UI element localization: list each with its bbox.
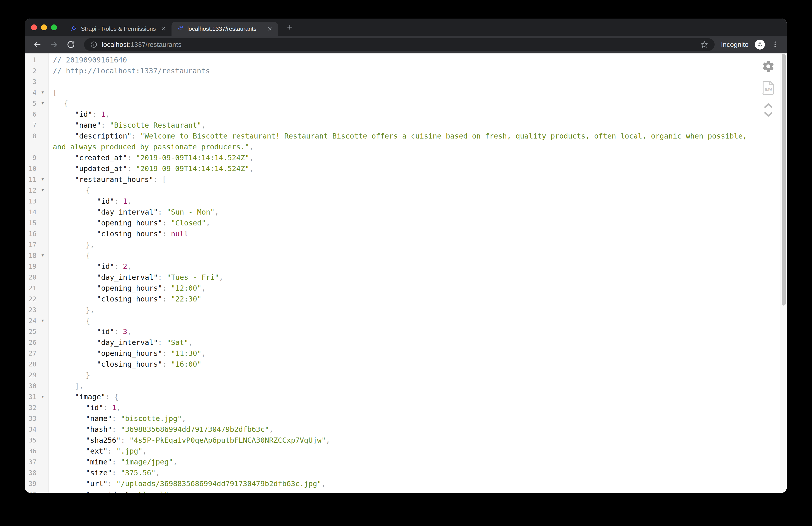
toggle-spacer — [37, 239, 49, 250]
code-line: 19"id": 2, — [25, 261, 787, 272]
collapse-toggle-icon[interactable]: ▼ — [37, 315, 49, 326]
line-gutter-cell: 32 — [25, 402, 49, 413]
code-line: and always produced by passionate produc… — [25, 141, 787, 152]
collapse-toggle-icon[interactable]: ▼ — [37, 391, 49, 402]
close-tab-icon[interactable] — [267, 26, 273, 32]
code-line: 22"closing_hours": "22:30" — [25, 294, 787, 304]
scrollbar-thumb[interactable] — [782, 54, 786, 305]
line-number: 1 — [25, 55, 37, 65]
forward-icon[interactable] — [49, 40, 59, 49]
tab-strapi-admin[interactable]: Strapi - Roles & Permissions — [65, 22, 172, 36]
line-gutter-cell: 13 — [25, 196, 49, 207]
code-line: 17}, — [25, 239, 787, 250]
collapse-toggle-icon[interactable]: ▼ — [37, 185, 49, 196]
code-text: "opening_hours": "11:30", — [49, 348, 787, 359]
code-text: "closing_hours": null — [49, 228, 787, 239]
minimize-window-button[interactable] — [41, 25, 47, 30]
code-line: 25"id": 3, — [25, 326, 787, 337]
code-line: 18▼{ — [25, 250, 787, 261]
code-text: [ — [49, 87, 787, 98]
code-text: "hash": "3698835686994dd791730479b2dfb63… — [49, 424, 787, 435]
code-line: 38"size": "375.56", — [25, 467, 787, 478]
code-line: 30], — [25, 380, 787, 391]
code-text: "description": "Welcome to Biscotte rest… — [49, 131, 787, 141]
line-number: 21 — [25, 283, 37, 294]
line-number: 27 — [25, 348, 37, 359]
line-number: 8 — [25, 131, 37, 141]
close-tab-icon[interactable] — [160, 26, 166, 32]
code-line: 37"mime": "image/jpeg", — [25, 456, 787, 467]
scrollbar-track[interactable] — [780, 54, 787, 493]
code-text: // http://localhost:1337/restaurants — [49, 65, 787, 76]
tab-restaurants-json[interactable]: localhost:1337/restaurants — [172, 22, 278, 36]
code-text: "created_at": "2019-09-09T14:14:14.524Z"… — [49, 152, 787, 163]
code-line: 5▼{ — [25, 98, 787, 109]
new-tab-button[interactable] — [286, 23, 294, 31]
line-gutter-cell: 19 — [25, 261, 49, 272]
line-gutter-cell: 8 — [25, 131, 49, 141]
line-gutter-cell: 4▼ — [25, 87, 49, 98]
code-line: 7"name": "Biscotte Restaurant", — [25, 120, 787, 131]
code-text: "sha256": "4s5P-PkEqa1vP0qeAp6putbFLNCA3… — [49, 435, 787, 446]
line-number: 31 — [25, 391, 37, 402]
toggle-spacer — [37, 207, 49, 217]
collapse-toggle-icon[interactable]: ▼ — [37, 98, 49, 109]
code-text: "id": 1, — [49, 402, 787, 413]
line-number: 25 — [25, 326, 37, 337]
collapse-toggle-icon[interactable]: ▼ — [37, 174, 49, 185]
site-info-icon[interactable] — [90, 41, 98, 48]
tab-strip: Strapi - Roles & Permissions localhost:1… — [25, 18, 787, 36]
line-number: 29 — [25, 370, 37, 380]
close-window-button[interactable] — [31, 25, 37, 30]
chevron-down-icon[interactable] — [764, 112, 772, 118]
traffic-lights — [25, 25, 57, 36]
line-number: 23 — [25, 304, 37, 315]
back-icon[interactable] — [33, 40, 42, 49]
toggle-spacer — [37, 228, 49, 239]
line-gutter-cell: 36 — [25, 446, 49, 456]
reload-icon[interactable] — [67, 40, 75, 49]
toggle-spacer — [37, 370, 49, 380]
code-line: 39"url": "/uploads/3698835686994dd791730… — [25, 478, 787, 489]
line-gutter-cell: 30 — [25, 380, 49, 391]
chevron-up-icon[interactable] — [764, 103, 772, 109]
collapse-toggle-icon[interactable]: ▼ — [37, 250, 49, 261]
line-number: 38 — [25, 467, 37, 478]
line-number: 26 — [25, 337, 37, 348]
code-text: "restaurant_hours": [ — [49, 174, 787, 185]
code-text: "mime": "image/jpeg", — [49, 456, 787, 467]
code-line: 40"provider": "local", — [25, 489, 787, 493]
strapi-favicon-icon — [70, 25, 77, 33]
line-gutter-cell: 23 — [25, 304, 49, 315]
line-number — [25, 141, 37, 152]
line-gutter-cell: 33 — [25, 413, 49, 424]
line-gutter-cell: 40 — [25, 489, 49, 493]
code-text: "closing_hours": "22:30" — [49, 294, 787, 304]
line-number: 11 — [25, 174, 37, 185]
toggle-spacer — [37, 55, 49, 65]
line-gutter-cell: 20 — [25, 272, 49, 283]
gear-icon[interactable] — [762, 60, 775, 74]
toggle-spacer — [37, 272, 49, 283]
toggle-spacer — [37, 152, 49, 163]
url-omnibox[interactable]: localhost:1337/restaurants — [84, 38, 714, 51]
strapi-favicon-icon — [176, 25, 184, 33]
toggle-spacer — [37, 413, 49, 424]
raw-view-icon[interactable]: RAW — [762, 80, 774, 96]
line-gutter-cell: 24▼ — [25, 315, 49, 326]
code-text: "day_interval": "Sat", — [49, 337, 787, 348]
line-gutter-cell: 31▼ — [25, 391, 49, 402]
code-text: "id": 3, — [49, 326, 787, 337]
code-line: 12▼{ — [25, 185, 787, 196]
toggle-spacer — [37, 120, 49, 131]
line-gutter-cell: 1 — [25, 55, 49, 65]
collapse-toggle-icon[interactable]: ▼ — [37, 87, 49, 98]
menu-kebab-icon[interactable] — [771, 40, 779, 49]
line-gutter-cell: 16 — [25, 228, 49, 239]
toggle-spacer — [37, 261, 49, 272]
code-line: 34"hash": "3698835686994dd791730479b2dfb… — [25, 424, 787, 435]
bookmark-star-icon[interactable] — [700, 40, 709, 49]
code-text: "provider": "local", — [49, 489, 787, 493]
line-gutter-cell: 21 — [25, 283, 49, 294]
zoom-window-button[interactable] — [51, 25, 57, 30]
